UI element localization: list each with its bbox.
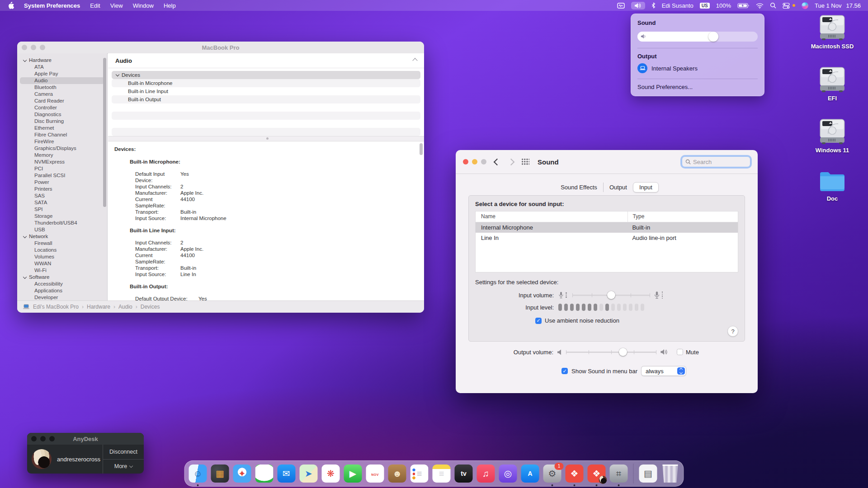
back-button[interactable] xyxy=(495,160,500,164)
close-button[interactable] xyxy=(463,159,468,164)
dock-item-tv[interactable]: tv xyxy=(455,465,473,483)
dock-item-trash[interactable] xyxy=(661,465,679,483)
dock-item-calendar[interactable]: NOV1 xyxy=(366,465,384,483)
sidebar-item[interactable]: Network xyxy=(17,233,107,240)
tab[interactable]: Input xyxy=(633,182,659,192)
sidebar-item[interactable]: Accessibility xyxy=(17,281,107,287)
sidebar-item[interactable]: Firewall xyxy=(17,240,107,247)
menu-clock[interactable]: Tue 1 Nov 17.56 xyxy=(815,2,861,9)
sidebar-item[interactable]: Camera xyxy=(17,91,107,98)
dock-item-safari[interactable]: ✦ xyxy=(233,465,251,483)
bluetooth-icon[interactable] xyxy=(651,2,656,9)
sidebar-item[interactable]: FireWire xyxy=(17,138,107,145)
output-volume-knob[interactable] xyxy=(619,348,627,356)
sidebar-item[interactable]: Thunderbolt/USB4 xyxy=(17,220,107,226)
sidebar-item[interactable]: Software xyxy=(17,274,107,281)
spotlight-search-icon[interactable] xyxy=(770,2,776,9)
dock-item-photos[interactable]: ❋ xyxy=(322,465,340,483)
dock-item-finder[interactable]: ☺ xyxy=(189,465,207,483)
battery-icon[interactable] xyxy=(737,3,750,9)
menu-app-name[interactable]: System Preferences xyxy=(24,2,80,9)
dock-item-anydesk[interactable]: ❖ xyxy=(566,465,584,483)
show-sound-checkbox[interactable] xyxy=(561,368,568,374)
output-volume-slider[interactable] xyxy=(566,348,656,356)
pane-splitter[interactable] xyxy=(108,136,424,141)
menu-bar-mode-select[interactable]: always xyxy=(641,366,686,376)
sidebar-item[interactable]: Hardware xyxy=(17,57,107,64)
dock-item-launchpad[interactable]: ▦ xyxy=(211,465,229,483)
menu-item[interactable]: Edit xyxy=(90,2,100,9)
breadcrumb[interactable]: Edi's MacBook Pro›Hardware›Audio›Devices xyxy=(33,304,160,310)
search-input[interactable]: Search xyxy=(682,156,750,167)
sidebar-item[interactable]: USB xyxy=(17,226,107,233)
dock-item-maps[interactable]: ➤ xyxy=(300,465,318,483)
control-center-icon[interactable] xyxy=(783,3,790,9)
tab[interactable]: Sound Effects xyxy=(555,183,603,192)
sidebar-item[interactable]: Volumes xyxy=(17,253,107,260)
sidebar-item[interactable]: Storage xyxy=(17,213,107,220)
dock-item-anydesk-session[interactable]: ❖ xyxy=(588,465,606,483)
sidebar-item[interactable]: NVMExpress xyxy=(17,159,107,165)
sidebar-item[interactable]: Diagnostics xyxy=(17,111,107,118)
dock-item-system-information[interactable]: ⌗ xyxy=(610,465,628,483)
dock-item-document[interactable]: ▤ xyxy=(639,465,657,483)
dock-item-music[interactable]: ♫ xyxy=(477,465,495,483)
output-device-row[interactable]: Internal Speakers xyxy=(631,61,764,75)
dock-item-app-store[interactable]: A xyxy=(521,465,539,483)
window-title-bar[interactable]: AnyDesk xyxy=(27,433,144,445)
minimize-button[interactable] xyxy=(472,159,477,164)
apple-menu-icon[interactable] xyxy=(7,2,14,9)
sidebar-item[interactable]: Disc Burning xyxy=(17,118,107,125)
tab[interactable]: Output xyxy=(603,183,633,192)
popover-volume-slider[interactable] xyxy=(637,32,758,42)
input-volume-knob[interactable] xyxy=(607,291,615,299)
input-source-badge[interactable]: US xyxy=(700,3,710,9)
wifi-icon[interactable] xyxy=(756,3,764,9)
table-row[interactable]: Line In Audio line-in port xyxy=(476,233,738,243)
sidebar-item[interactable]: Power xyxy=(17,179,107,186)
desktop-icon[interactable]: EFI xyxy=(807,66,857,102)
sidebar-item[interactable]: Ethernet xyxy=(17,125,107,131)
sidebar-item[interactable]: WWAN xyxy=(17,260,107,267)
sidebar-item[interactable]: Parallel SCSI xyxy=(17,172,107,179)
mute-checkbox[interactable] xyxy=(677,349,683,355)
device-tree-row[interactable]: Built-in Output xyxy=(112,95,420,103)
more-button[interactable]: More xyxy=(103,459,144,474)
show-all-icon[interactable] xyxy=(522,159,529,165)
disconnect-button[interactable]: Disconnect xyxy=(103,445,144,459)
menu-item[interactable]: View xyxy=(110,2,123,9)
breadcrumb-item[interactable]: Edi's MacBook Pro xyxy=(33,304,79,310)
menu-item[interactable]: Window xyxy=(133,2,154,9)
forward-button[interactable] xyxy=(509,160,514,164)
device-tree-row[interactable]: Built-in Line Input xyxy=(112,87,420,95)
window-title-bar[interactable]: Sound Search xyxy=(456,150,758,174)
sidebar-item[interactable]: Developer xyxy=(17,294,107,301)
zoom-button[interactable] xyxy=(481,159,486,164)
dock-item-notes[interactable]: ≡ xyxy=(433,465,451,483)
input-volume-slider[interactable] xyxy=(572,291,650,299)
sidebar-item[interactable]: ATA xyxy=(17,64,107,70)
breadcrumb-item[interactable]: Audio xyxy=(118,304,132,310)
help-button[interactable]: ? xyxy=(727,326,738,337)
window-title-bar[interactable]: MacBook Pro xyxy=(17,42,424,54)
dock-item-reminders[interactable]: ≡ xyxy=(410,465,429,483)
devices-tree-header[interactable]: Devices xyxy=(112,71,420,79)
device-tree-row[interactable]: Built-in Microphone xyxy=(112,79,420,87)
menu-item[interactable]: Help xyxy=(164,2,176,9)
sidebar-item[interactable]: Printers xyxy=(17,186,107,192)
noise-reduction-checkbox[interactable] xyxy=(535,318,542,324)
menu-user-name[interactable]: Edi Susanto xyxy=(662,2,693,9)
breadcrumb-item[interactable]: Hardware xyxy=(87,304,110,310)
siri-icon[interactable] xyxy=(802,2,808,9)
sidebar-item[interactable]: Card Reader xyxy=(17,98,107,104)
sidebar-item[interactable]: SPI xyxy=(17,206,107,213)
dock-item-podcasts[interactable]: ◎ xyxy=(499,465,517,483)
sidebar-item[interactable]: PCI xyxy=(17,165,107,172)
anydesk-status-icon[interactable] xyxy=(617,3,625,9)
dock-item-contacts[interactable]: ☻ xyxy=(388,465,406,483)
details-scrollbar[interactable] xyxy=(420,143,423,155)
volume-knob[interactable] xyxy=(708,32,718,42)
sound-preferences-link[interactable]: Sound Preferences... xyxy=(631,83,764,91)
sidebar-item[interactable]: Bluetooth xyxy=(17,84,107,91)
sidebar-item[interactable]: Apple Pay xyxy=(17,70,107,77)
